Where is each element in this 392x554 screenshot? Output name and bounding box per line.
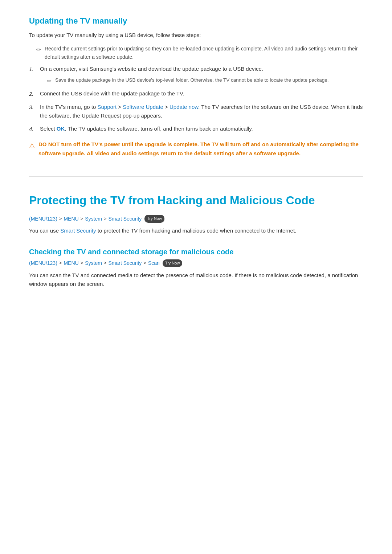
warning-box: ⚠ DO NOT turn off the TV's power until t… <box>29 140 363 158</box>
step-2-content: Connect the USB device with the update p… <box>40 89 363 98</box>
step-3-link-support[interactable]: Support <box>98 104 117 110</box>
pre-note: ✏ Record the current settings prior to u… <box>36 45 363 61</box>
protecting-title: Protecting the TV from Hacking and Malic… <box>29 191 363 210</box>
bc-menu123-1: (MENU/123) <box>29 215 57 223</box>
step-3: 3. In the TV's menu, go to Support > Sof… <box>29 103 363 120</box>
step-4-ok: OK <box>57 126 65 132</box>
step-4: 4. Select OK. The TV updates the softwar… <box>29 124 363 134</box>
checking-title: Checking the TV and connected storage fo… <box>29 246 363 258</box>
bc-sep-4: > <box>59 259 62 267</box>
step-3-text-before: In the TV's menu, go to <box>40 104 98 110</box>
bc-sep-2: > <box>81 215 83 223</box>
step-4-text-after: . The TV updates the software, turns off… <box>65 126 253 132</box>
protecting-section: Protecting the TV from Hacking and Malic… <box>29 176 363 235</box>
step-3-sep2: > <box>163 104 170 110</box>
warning-text: DO NOT turn off the TV's power until the… <box>38 140 363 158</box>
step-4-number: 4. <box>29 124 40 134</box>
step-4-text-before: Select <box>40 126 57 132</box>
checking-description: You can scan the TV and connected media … <box>29 271 363 288</box>
protecting-desc-after: to protect the TV from hacking and malic… <box>96 227 297 234</box>
bc-smart-security-1: Smart Security <box>109 215 142 223</box>
bc-sep-3: > <box>104 215 107 223</box>
bc-sep-5: > <box>81 259 83 267</box>
step-3-link-software-update[interactable]: Software Update <box>123 104 163 110</box>
step-3-link-update-now[interactable]: Update now <box>170 104 198 110</box>
pencil-icon-2: ✏ <box>47 77 52 85</box>
try-now-badge-2[interactable]: Try Now <box>163 259 183 267</box>
pencil-icon-1: ✏ <box>36 45 41 54</box>
step-1-note: ✏ Save the update package in the USB dev… <box>47 76 363 85</box>
pre-note-text: Record the current settings prior to upd… <box>45 45 363 61</box>
step-4-content: Select OK. The TV updates the software, … <box>40 124 363 133</box>
bc-menu123-2: (MENU/123) <box>29 259 57 267</box>
bc-sep-7: > <box>143 259 146 267</box>
step-1-text: On a computer, visit Samsung's website a… <box>40 66 263 72</box>
checking-section: Checking the TV and connected storage fo… <box>29 246 363 288</box>
checking-breadcrumb: (MENU/123) > MENU > System > Smart Secur… <box>29 259 363 267</box>
step-3-content: In the TV's menu, go to Support > Softwa… <box>40 103 363 120</box>
bc-menu-1: MENU <box>64 215 78 223</box>
step-2-number: 2. <box>29 89 40 98</box>
step-2: 2. Connect the USB device with the updat… <box>29 89 363 98</box>
bc-menu-2: MENU <box>64 259 78 267</box>
bc-system-2: System <box>85 259 102 267</box>
step-3-number: 3. <box>29 103 40 112</box>
protecting-breadcrumb: (MENU/123) > MENU > System > Smart Secur… <box>29 215 363 223</box>
bc-sep-6: > <box>104 259 107 267</box>
protecting-smart-security-link[interactable]: Smart Security <box>60 227 96 234</box>
step-1-note-text: Save the update package in the USB devic… <box>55 76 329 84</box>
updating-intro: To update your TV manually by using a US… <box>29 31 363 40</box>
step-1-number: 1. <box>29 65 40 74</box>
warning-triangle-icon: ⚠ <box>29 141 35 151</box>
updating-title: Updating the TV manually <box>29 15 363 27</box>
updating-section: Updating the TV manually To update your … <box>29 15 363 158</box>
step-1: 1. On a computer, visit Samsung's websit… <box>29 65 363 85</box>
steps-list: 1. On a computer, visit Samsung's websit… <box>29 65 363 134</box>
bc-system-1: System <box>85 215 102 223</box>
try-now-badge-1[interactable]: Try Now <box>144 215 164 223</box>
step-3-sep1: > <box>117 104 123 110</box>
step-2-text: Connect the USB device with the update p… <box>40 90 184 97</box>
bc-scan: Scan <box>148 259 160 267</box>
protecting-description: You can use Smart Security to protect th… <box>29 226 363 235</box>
step-1-content: On a computer, visit Samsung's website a… <box>40 65 363 85</box>
bc-sep-1: > <box>59 215 62 223</box>
bc-smart-security-2: Smart Security <box>109 259 142 267</box>
protecting-desc-before: You can use <box>29 227 60 234</box>
